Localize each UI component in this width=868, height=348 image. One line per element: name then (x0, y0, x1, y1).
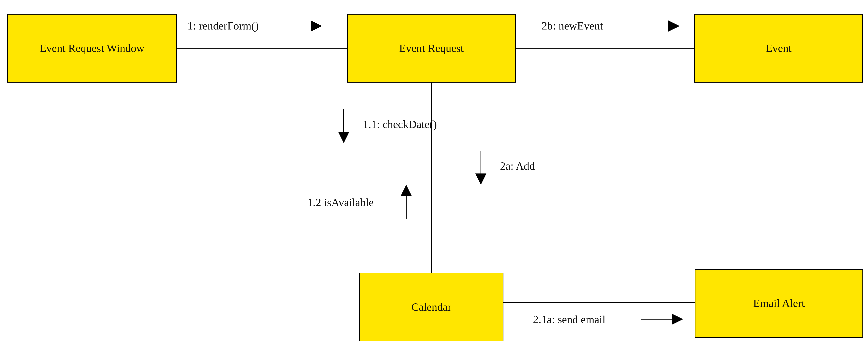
svg-marker-13 (401, 185, 412, 196)
node-label: Email Alert (753, 297, 805, 310)
node-label: Event Request Window (39, 42, 145, 55)
msg-isavailable-label: 1.2 isAvailable (307, 196, 374, 209)
msg-renderform-label: 1: renderForm() (187, 20, 259, 32)
msg-newevent-label: 2b: newEvent (541, 20, 603, 32)
svg-marker-7 (669, 21, 680, 32)
node-calendar: Calendar (359, 273, 503, 341)
node-event-request-window: Event Request Window (7, 14, 177, 83)
msg-checkdate-label: 1.1: checkDate() (363, 118, 437, 131)
diagram-canvas: Event Request Window Event Request Event… (0, 0, 868, 348)
msg-add-label: 2a: Add (500, 160, 535, 172)
svg-marker-15 (672, 314, 683, 325)
node-event: Event (694, 14, 863, 83)
node-label: Event Request (399, 42, 464, 55)
msg-sendemail-label: 2.1a: send email (533, 313, 606, 326)
svg-marker-9 (338, 132, 349, 143)
node-label: Event (766, 42, 792, 55)
node-label: Calendar (411, 300, 452, 314)
node-email-alert: Email Alert (695, 269, 863, 338)
node-event-request: Event Request (347, 14, 516, 83)
svg-marker-11 (475, 173, 487, 185)
svg-marker-5 (311, 21, 322, 32)
